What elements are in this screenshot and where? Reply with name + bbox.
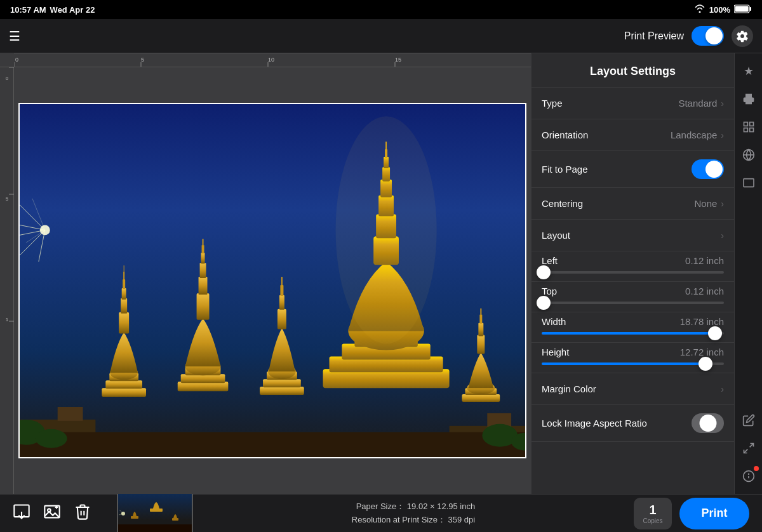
delete-button[interactable]: [74, 503, 91, 524]
height-slider-thumb: [698, 357, 712, 371]
svg-rect-60: [124, 265, 124, 272]
svg-rect-106: [131, 516, 138, 519]
print-controls: 1 Copies Print: [634, 498, 749, 529]
svg-rect-61: [462, 394, 500, 402]
fit-to-page-toggle[interactable]: [692, 159, 724, 179]
top-slider-track[interactable]: [542, 302, 724, 304]
left-slider-header: Left 0.12 inch: [542, 255, 724, 266]
status-left: 10:57 AM Wed Apr 22: [10, 5, 95, 15]
svg-line-94: [744, 449, 747, 453]
top-slider-row: Top 0.12 inch: [531, 282, 734, 312]
import-button[interactable]: [13, 503, 30, 524]
photo-frame: [18, 103, 526, 458]
svg-rect-74: [280, 285, 283, 296]
date-display: Wed Apr 22: [50, 5, 95, 15]
copies-label: Copies: [643, 517, 662, 524]
globe-icon[interactable]: [737, 143, 760, 166]
height-slider-row: Height 12.72 inch: [531, 343, 734, 373]
svg-rect-105: [150, 509, 163, 512]
toolbar-left: ☰: [9, 29, 20, 44]
svg-rect-41: [178, 382, 229, 391]
resolution-value: 359 dpi: [448, 515, 476, 524]
icons-sidebar: ★: [734, 53, 762, 494]
photo-canvas[interactable]: [14, 67, 531, 494]
status-right: 100%: [694, 4, 752, 15]
panel-body: Type Standard › Orientation Landscape › …: [531, 88, 734, 494]
left-label: Left: [542, 255, 558, 266]
width-slider-track[interactable]: [542, 332, 724, 335]
toolbar-right: Print Preview: [624, 25, 753, 47]
settings-button[interactable]: [732, 25, 753, 47]
width-slider-fill: [542, 332, 715, 335]
wifi-icon: [694, 4, 705, 15]
svg-rect-77: [58, 407, 83, 421]
layout-row[interactable]: Layout ›: [531, 220, 734, 251]
height-slider-header: Height 12.72 inch: [542, 347, 724, 357]
right-panel: Layout Settings Type Standard › Orientat…: [531, 53, 734, 494]
ruler-top: 0 5 10 15: [0, 53, 531, 67]
paper-size-label: Paper Size：: [356, 502, 405, 511]
width-slider-row: Width 18.78 inch: [531, 312, 734, 343]
print-preview-toggle[interactable]: [692, 26, 724, 46]
expand-icon[interactable]: [737, 437, 760, 460]
top-slider-thumb: [537, 296, 551, 310]
height-slider-fill: [542, 362, 705, 365]
rect-icon[interactable]: [737, 171, 760, 194]
grid-icon[interactable]: [737, 116, 760, 138]
image-thumbnail[interactable]: [117, 488, 193, 533]
svg-point-85: [336, 116, 437, 343]
print-button[interactable]: Print: [679, 498, 749, 529]
svg-rect-66: [479, 315, 482, 324]
svg-rect-48: [201, 253, 205, 263]
type-row[interactable]: Type Standard ›: [531, 88, 734, 119]
svg-rect-42: [181, 374, 225, 383]
ruler-left: 0 5 1: [0, 67, 14, 494]
svg-rect-73: [279, 295, 284, 310]
centering-chevron: ›: [721, 199, 724, 209]
lock-aspect-toggle[interactable]: [692, 413, 724, 433]
canvas-area[interactable]: 0 5 10 15 0 5 1: [0, 53, 531, 494]
svg-rect-56: [121, 298, 127, 314]
type-value: Standard ›: [678, 98, 724, 109]
margin-color-chevron: ›: [721, 384, 724, 394]
svg-rect-72: [277, 309, 286, 329]
layout-chevron-val: ›: [721, 230, 724, 241]
info-icon[interactable]: [737, 465, 760, 488]
pencil-icon[interactable]: [737, 409, 760, 432]
svg-rect-49: [202, 245, 204, 253]
svg-rect-46: [199, 277, 208, 295]
resolution-line: Resolution at Print Size： 359 dpi: [352, 514, 475, 527]
svg-rect-1: [750, 7, 752, 11]
star-icon[interactable]: ★: [737, 60, 760, 83]
svg-rect-88: [744, 128, 747, 132]
centering-row[interactable]: Centering None ›: [531, 188, 734, 220]
svg-rect-55: [119, 312, 129, 334]
printer-icon[interactable]: [737, 88, 760, 110]
lock-aspect-row: Lock Image Aspect Ratio: [531, 405, 734, 442]
svg-rect-87: [749, 123, 753, 126]
svg-rect-92: [744, 179, 754, 187]
svg-rect-19: [20, 104, 525, 457]
menu-button[interactable]: ☰: [9, 29, 20, 44]
svg-rect-89: [749, 128, 753, 132]
width-slider-thumb: [708, 326, 722, 340]
toolbar: ☰ Print Preview: [0, 19, 762, 53]
orientation-row[interactable]: Orientation Landscape ›: [531, 119, 734, 151]
svg-text:0: 0: [15, 57, 18, 63]
copies-box[interactable]: 1 Copies: [634, 498, 672, 529]
svg-rect-75: [281, 277, 283, 286]
add-photo-button[interactable]: [43, 503, 61, 524]
svg-text:5: 5: [141, 57, 144, 63]
resolution-label: Resolution at Print Size：: [352, 515, 446, 524]
orientation-chevron: ›: [721, 130, 724, 140]
svg-text:5: 5: [6, 196, 9, 202]
left-slider-track[interactable]: [542, 271, 724, 274]
main-area: 0 5 10 15 0 5 1: [0, 53, 762, 494]
svg-text:10: 10: [268, 57, 274, 63]
status-bar: 10:57 AM Wed Apr 22 100%: [0, 0, 762, 19]
margin-color-row[interactable]: Margin Color ›: [531, 373, 734, 405]
height-slider-track[interactable]: [542, 362, 724, 365]
type-label: Type: [542, 98, 563, 109]
svg-rect-50: [203, 239, 204, 246]
copies-number: 1: [649, 503, 656, 517]
